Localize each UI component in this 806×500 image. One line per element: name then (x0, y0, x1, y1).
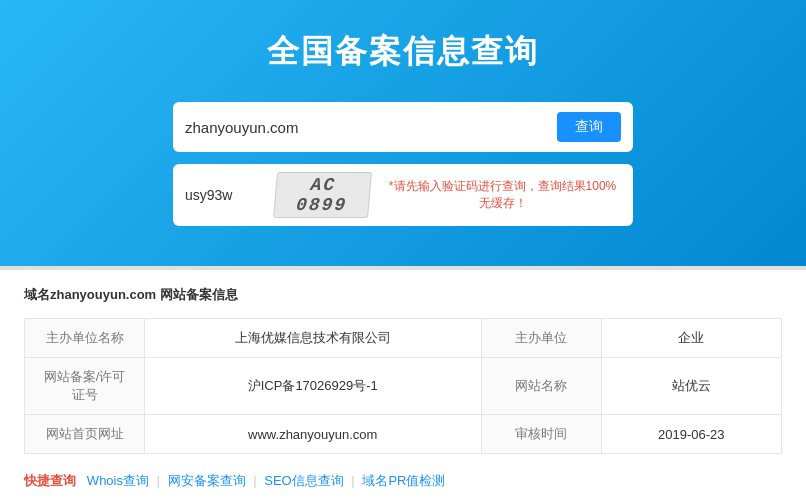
label-2: 主办单位 (481, 319, 601, 358)
seo-link[interactable]: SEO信息查询 (264, 473, 343, 488)
captcha-input[interactable] (185, 187, 265, 203)
quick-links: Whois查询 | 网安备案查询 | SEO信息查询 | 域名PR值检测 (80, 473, 446, 488)
captcha-hint: *请先输入验证码进行查询，查询结果100%无缓存！ (384, 178, 621, 212)
value-4: 站优云 (601, 358, 781, 415)
table-row: 主办单位名称 上海优媒信息技术有限公司 主办单位 企业 (25, 319, 782, 358)
label-4: 网站名称 (481, 358, 601, 415)
value-2: 企业 (601, 319, 781, 358)
search-container: 查询 (173, 102, 633, 152)
label-3: 网站备案/许可证号 (25, 358, 145, 415)
netsec-link[interactable]: 网安备案查询 (168, 473, 246, 488)
result-section: 域名zhanyouyun.com 网站备案信息 主办单位名称 上海优媒信息技术有… (0, 270, 806, 500)
search-button[interactable]: 查询 (557, 112, 621, 142)
pr-link[interactable]: 域名PR值检测 (362, 473, 445, 488)
value-6: 2019-06-23 (601, 415, 781, 454)
quick-links-label: 快捷查询 (24, 473, 76, 488)
value-3: 沪ICP备17026929号-1 (145, 358, 482, 415)
search-input[interactable] (185, 119, 557, 136)
main-title: 全国备案信息查询 (20, 30, 786, 74)
quick-links-section: 快捷查询 Whois查询 | 网安备案查询 | SEO信息查询 | 域名PR值检… (24, 472, 782, 490)
label-5: 网站首页网址 (25, 415, 145, 454)
value-1: 上海优媒信息技术有限公司 (145, 319, 482, 358)
info-table: 主办单位名称 上海优媒信息技术有限公司 主办单位 企业 网站备案/许可证号 沪I… (24, 318, 782, 454)
top-section: 全国备案信息查询 查询 AC 0899 *请先输入验证码进行查询，查询结果100… (0, 0, 806, 266)
whois-link[interactable]: Whois查询 (87, 473, 149, 488)
search-row: 查询 (185, 112, 621, 142)
label-6: 审核时间 (481, 415, 601, 454)
table-row: 网站备案/许可证号 沪ICP备17026929号-1 网站名称 站优云 (25, 358, 782, 415)
label-1: 主办单位名称 (25, 319, 145, 358)
captcha-image[interactable]: AC 0899 (273, 172, 372, 218)
value-5: www.zhanyouyun.com (145, 415, 482, 454)
table-row: 网站首页网址 www.zhanyouyun.com 审核时间 2019-06-2… (25, 415, 782, 454)
captcha-container: AC 0899 *请先输入验证码进行查询，查询结果100%无缓存！ (173, 164, 633, 226)
result-title: 域名zhanyouyun.com 网站备案信息 (24, 286, 782, 304)
